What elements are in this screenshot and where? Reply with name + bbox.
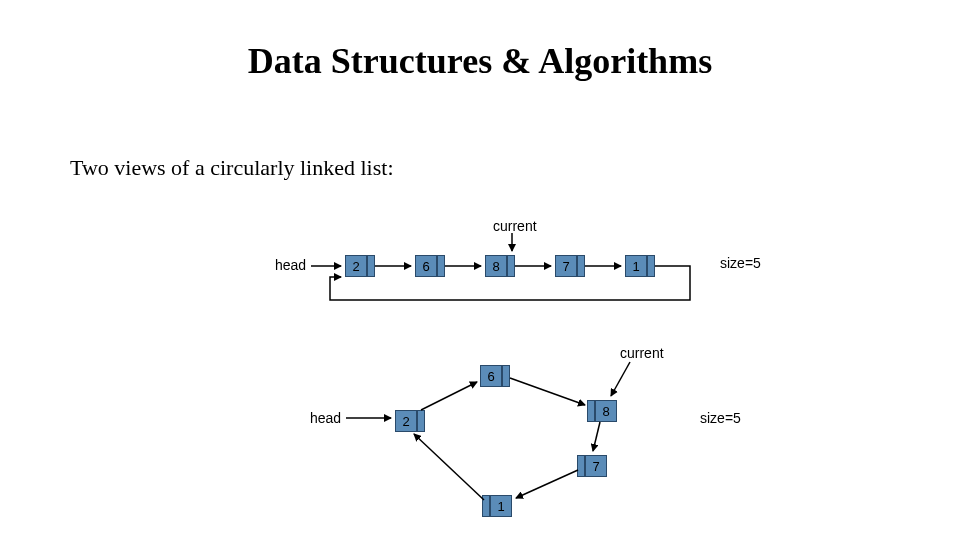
circular-node-6: 6 [480, 365, 502, 387]
circular-ptr-7 [577, 455, 585, 477]
circular-node-1: 1 [490, 495, 512, 517]
svg-line-7 [611, 362, 630, 396]
linear-node-4: 1 [625, 255, 647, 277]
linear-node-2: 8 [485, 255, 507, 277]
label-size-circular: size=5 [700, 410, 741, 426]
label-head-circular: head [310, 410, 341, 426]
linear-node-0: 2 [345, 255, 367, 277]
circular-node-8: 8 [595, 400, 617, 422]
circular-ptr-8 [587, 400, 595, 422]
svg-line-12 [414, 434, 484, 500]
svg-line-9 [510, 378, 585, 405]
label-current-linear: current [493, 218, 537, 234]
linear-node-1: 6 [415, 255, 437, 277]
label-current-circular: current [620, 345, 664, 361]
linear-ptr-2 [507, 255, 515, 277]
circular-ptr-6 [502, 365, 510, 387]
label-head-linear: head [275, 257, 306, 273]
circular-node-2: 2 [395, 410, 417, 432]
svg-line-11 [516, 470, 578, 498]
page-title: Data Structures & Algorithms [0, 40, 960, 82]
circular-node-7: 7 [585, 455, 607, 477]
label-size-linear: size=5 [720, 255, 761, 271]
linear-ptr-3 [577, 255, 585, 277]
linear-ptr-4 [647, 255, 655, 277]
circular-ptr-1 [482, 495, 490, 517]
svg-line-10 [593, 422, 600, 451]
circular-ptr-2 [417, 410, 425, 432]
linear-ptr-0 [367, 255, 375, 277]
subtitle: Two views of a circularly linked list: [70, 155, 394, 181]
linear-ptr-1 [437, 255, 445, 277]
linear-node-3: 7 [555, 255, 577, 277]
svg-line-8 [421, 382, 477, 410]
